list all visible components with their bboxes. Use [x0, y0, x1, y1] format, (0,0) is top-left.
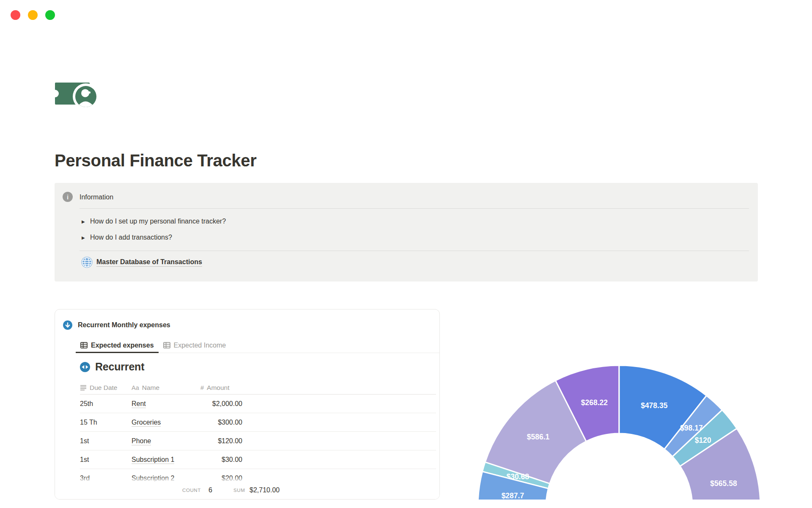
divider — [80, 208, 749, 209]
table-aggregate-footer: COUNT 6 SUM $2,710.00 — [55, 482, 439, 500]
toggle-triangle-icon[interactable]: ▶ — [80, 219, 90, 224]
expenses-donut-chart[interactable]: $268.22$478.35$98.17$120$565.58$586.1$30… — [471, 365, 767, 505]
table-title: Recurrent — [95, 361, 144, 373]
donut-segment-label: $586.1 — [527, 433, 550, 441]
tab-expected-income[interactable]: Expected Income — [159, 339, 231, 353]
name-cell[interactable]: Groceries — [132, 419, 200, 426]
name-cell[interactable]: Phone — [132, 437, 200, 445]
due-date-cell[interactable]: 25th — [80, 400, 132, 408]
toggle-label: How do I set up my personal finance trac… — [90, 218, 226, 225]
tab-expected-expenses[interactable]: Expected expenses — [76, 339, 159, 353]
amount-cell[interactable]: $300.00 — [200, 419, 242, 426]
view-tabs: Expected expenses Expected Income — [76, 339, 230, 353]
window-close-button[interactable] — [11, 10, 20, 20]
page-name-link[interactable]: Rent — [132, 400, 146, 408]
banknote-icon — [55, 76, 101, 111]
toggle-setup-question[interactable]: ▶ How do I set up my personal finance tr… — [80, 216, 226, 226]
column-header-amount[interactable]: # Amount — [200, 384, 268, 392]
sum-label[interactable]: SUM — [233, 488, 245, 493]
title-icon: Aa — [132, 384, 139, 391]
column-header-name[interactable]: Aa Name — [132, 384, 200, 392]
column-label: Name — [142, 384, 159, 392]
donut-segment-label: $478.35 — [641, 401, 668, 410]
amount-cell[interactable]: $120.00 — [200, 437, 242, 445]
page-icon-banknote[interactable] — [55, 76, 101, 111]
amount-cell[interactable]: $2,000.00 — [200, 400, 242, 408]
table-row[interactable]: 1stPhone$120.00 — [80, 432, 436, 450]
arrow-down-circle-icon — [63, 320, 72, 330]
table-column-headers: Due Date Aa Name # Amount — [80, 381, 268, 394]
column-header-due-date[interactable]: Due Date — [80, 384, 132, 392]
window-maximize-button[interactable] — [45, 10, 55, 20]
arrows-left-right-circle-icon — [80, 362, 90, 372]
amount-cell[interactable]: $30.00 — [200, 456, 242, 464]
callout-title: Information — [80, 193, 113, 202]
due-date-cell[interactable]: 1st — [80, 437, 132, 445]
donut-segment-label: $565.58 — [710, 479, 737, 488]
table-grid-icon — [163, 342, 170, 348]
donut-segment-label: $268.22 — [581, 398, 608, 407]
divider — [80, 251, 749, 251]
name-cell[interactable]: Rent — [132, 400, 200, 408]
page-name-link[interactable]: Phone — [132, 437, 151, 445]
toggle-add-transactions-question[interactable]: ▶ How do I add transactions? — [80, 232, 172, 243]
page-name-link[interactable]: Subscription 1 — [132, 456, 174, 464]
tab-label: Expected Income — [174, 342, 226, 349]
toggle-triangle-icon[interactable]: ▶ — [80, 235, 90, 240]
tab-label: Expected expenses — [91, 342, 154, 349]
name-cell[interactable]: Subscription 1 — [132, 456, 200, 464]
page-name-link[interactable]: Groceries — [132, 419, 161, 427]
expense-table-rows: 25thRent$2,000.0015 ThGroceries$300.001s… — [80, 394, 436, 488]
number-icon: # — [200, 384, 204, 391]
due-date-cell[interactable]: 15 Th — [80, 419, 132, 426]
card-header-title: Recurrent Monthly expenses — [78, 321, 170, 329]
column-label: Amount — [207, 384, 229, 392]
due-date-cell[interactable]: 1st — [80, 456, 132, 464]
globe-icon — [81, 257, 93, 268]
text-lines-icon — [80, 385, 87, 391]
window-minimize-button[interactable] — [28, 10, 38, 20]
column-label: Due Date — [90, 384, 117, 392]
card-header-toggle[interactable]: Recurrent Monthly expenses — [63, 320, 170, 330]
donut-chart-svg: $268.22$478.35$98.17$120$565.58$586.1$30… — [471, 365, 767, 505]
table-row[interactable]: 1stSubscription 1$30.00 — [80, 450, 436, 469]
recurrent-expenses-card: Recurrent Monthly expenses Expected expe… — [55, 309, 440, 500]
master-database-link[interactable]: Master Database of Transactions — [81, 257, 202, 268]
master-database-link-label: Master Database of Transactions — [96, 258, 202, 267]
sum-value[interactable]: $2,710.00 — [250, 486, 280, 494]
toggle-label: How do I add transactions? — [90, 234, 172, 241]
donut-segment-label: $287.7 — [502, 491, 524, 500]
page-title: Personal Finance Tracker — [55, 150, 257, 171]
table-grid-icon — [80, 342, 88, 348]
count-value[interactable]: 6 — [208, 486, 212, 494]
count-label[interactable]: COUNT — [182, 488, 201, 493]
information-callout: i Information ▶ How do I set up my perso… — [55, 183, 758, 282]
table-row[interactable]: 25thRent$2,000.00 — [80, 395, 436, 413]
info-icon: i — [63, 192, 73, 202]
linked-database-title[interactable]: Recurrent — [80, 361, 144, 373]
table-row[interactable]: 15 ThGroceries$300.00 — [80, 413, 436, 432]
donut-segment-label: $120 — [695, 436, 711, 444]
